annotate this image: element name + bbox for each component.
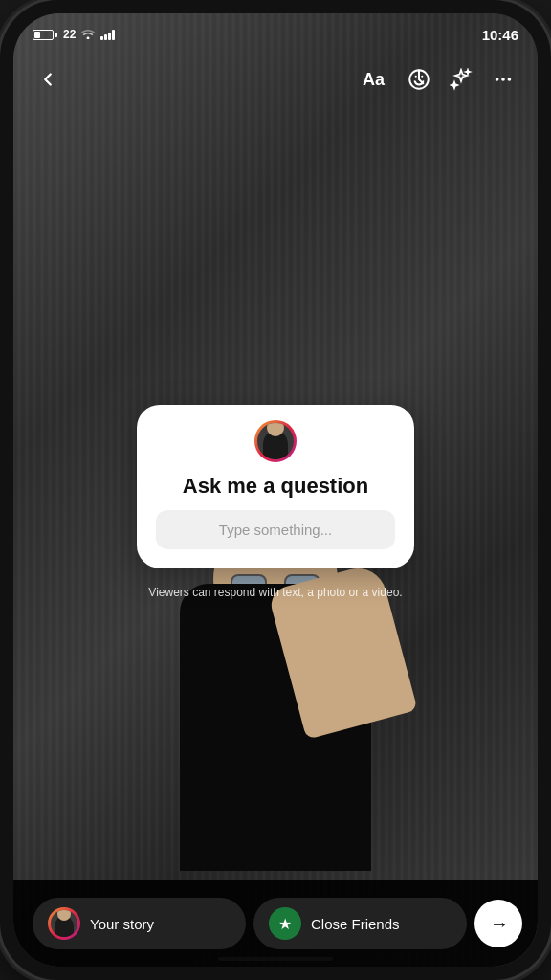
your-story-avatar-inner: [51, 910, 77, 937]
send-button[interactable]: →: [474, 900, 522, 947]
status-left: 22: [33, 28, 115, 42]
sticker-hint: Viewers can respond with text, a photo o…: [148, 586, 402, 599]
your-story-button[interactable]: Your story: [33, 898, 246, 949]
battery-body: [33, 30, 54, 40]
sticker-avatar-inner: [257, 423, 294, 459]
wifi-icon: [81, 28, 95, 42]
sticker-avatar: [254, 420, 297, 462]
svg-point-1: [415, 76, 417, 78]
svg-point-5: [508, 78, 512, 81]
avatar-head: [267, 423, 284, 436]
your-story-avatar: [48, 907, 80, 940]
battery-fill: [34, 32, 40, 38]
phone-screen: 22 10:46: [13, 13, 538, 967]
battery-icon: [33, 30, 57, 40]
battery-tip: [55, 33, 57, 37]
avatar-body: [263, 431, 288, 459]
sticker-tool-button[interactable]: [402, 62, 436, 97]
phone-frame: 22 10:46: [0, 0, 551, 980]
question-sticker: Ask me a question Type something... View…: [137, 405, 414, 568]
battery-level: 22: [63, 28, 76, 41]
signal-bars-icon: [100, 30, 115, 40]
svg-point-3: [496, 78, 499, 81]
toolbar-right: Aa: [353, 62, 520, 97]
effects-button[interactable]: [444, 62, 478, 97]
svg-point-4: [501, 78, 505, 81]
close-friends-avatar: ★: [269, 907, 301, 940]
close-friends-label: Close Friends: [311, 916, 400, 932]
your-story-label: Your story: [90, 916, 154, 932]
more-options-button[interactable]: [486, 62, 520, 97]
back-button[interactable]: [31, 62, 65, 97]
sticker-title: Ask me a question: [156, 474, 395, 499]
close-friends-button[interactable]: ★ Close Friends: [253, 898, 467, 949]
send-arrow-icon: →: [490, 913, 509, 935]
status-bar: 22 10:46: [13, 13, 538, 56]
text-tool-button[interactable]: Aa: [353, 64, 394, 96]
status-time: 10:46: [482, 27, 518, 43]
sticker-input-field[interactable]: Type something...: [156, 510, 395, 549]
star-icon: ★: [278, 915, 292, 933]
svg-point-2: [421, 76, 423, 78]
story-toolbar: Aa: [13, 56, 538, 103]
bottom-bar: Your story ★ Close Friends →: [13, 880, 538, 967]
